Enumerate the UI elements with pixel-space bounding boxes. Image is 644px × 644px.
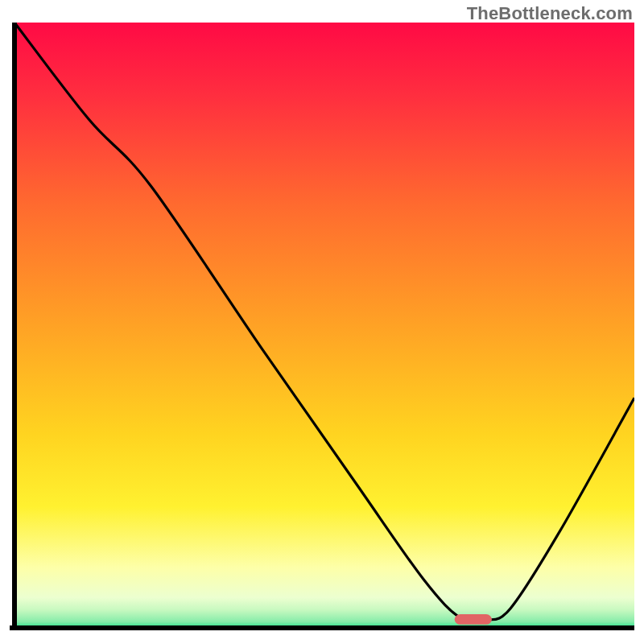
gradient-background — [14, 23, 634, 628]
chart-container: TheBottleneck.com — [0, 0, 644, 644]
watermark-text: TheBottleneck.com — [467, 3, 633, 24]
plot-frame — [10, 23, 634, 633]
minimum-marker-pill — [455, 614, 492, 625]
chart-svg — [10, 23, 634, 633]
